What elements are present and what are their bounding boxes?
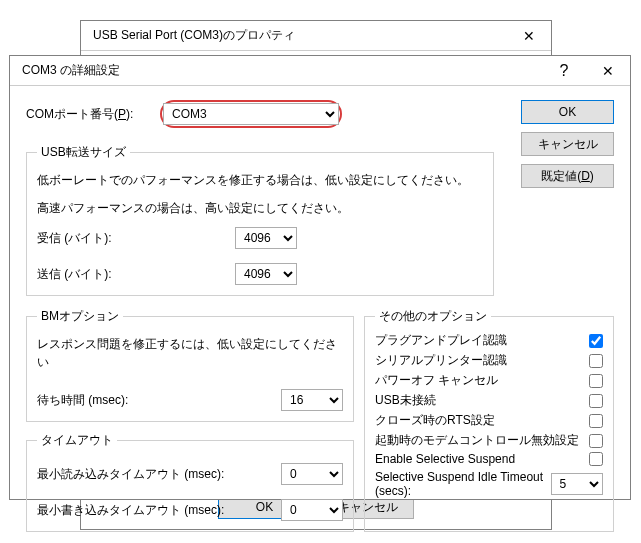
timeout-read-row: 最小読み込みタイムアウト (msec): 0 (37, 463, 343, 485)
other-option-checkbox[interactable] (589, 354, 603, 368)
usb-transfer-fieldset: USB転送サイズ 低ボーレートでのパフォーマンスを修正する場合は、低い設定にして… (26, 144, 494, 296)
usb-send-select[interactable]: 4096 (235, 263, 297, 285)
bm-note: レスポンス問題を修正するには、低い設定にしてください (37, 335, 343, 371)
other-option-label: パワーオフ キャンセル (375, 372, 498, 389)
com-port-label: COMポート番号(P): (26, 106, 160, 123)
dialog-side-buttons: OK キャンセル 既定値(D) (521, 100, 614, 188)
other-option-checkbox[interactable] (589, 414, 603, 428)
dialog-titlebar: COM3 の詳細設定 ? ✕ (10, 56, 630, 86)
com-port-select[interactable]: COM3 (163, 103, 339, 125)
suspend-timeout-row: Selective Suspend Idle Timeout (secs): 5 (375, 470, 603, 498)
bm-legend: BMオプション (37, 308, 123, 325)
cancel-button[interactable]: キャンセル (521, 132, 614, 156)
suspend-timeout-select[interactable]: 5 (551, 473, 603, 495)
other-option-row: USB未接続 (375, 392, 603, 409)
other-option-checkbox[interactable] (589, 374, 603, 388)
help-icon[interactable]: ? (542, 56, 586, 85)
com-port-highlight: COM3 (160, 100, 342, 128)
other-option-row: Enable Selective Suspend (375, 452, 603, 466)
close-icon[interactable]: ✕ (507, 21, 551, 50)
usb-recv-row: 受信 (バイト): 4096 (37, 227, 297, 249)
usb-send-label: 送信 (バイト): (37, 266, 112, 283)
other-fieldset: その他のオプション プラグアンドプレイ認識シリアルプリンター認識パワーオフ キャ… (364, 308, 614, 532)
ok-button[interactable]: OK (521, 100, 614, 124)
bm-wait-row: 待ち時間 (msec): 16 (37, 389, 343, 411)
defaults-button[interactable]: 既定値(D) (521, 164, 614, 188)
bm-wait-label: 待ち時間 (msec): (37, 392, 128, 409)
usb-recv-select[interactable]: 4096 (235, 227, 297, 249)
bm-fieldset: BMオプション レスポンス問題を修正するには、低い設定にしてください 待ち時間 … (26, 308, 354, 422)
dialog-content: OK キャンセル 既定値(D) COMポート番号(P): COM3 USB転送サ… (10, 86, 630, 542)
bm-wait-select[interactable]: 16 (281, 389, 343, 411)
other-option-checkbox[interactable] (589, 334, 603, 348)
advanced-settings-dialog: COM3 の詳細設定 ? ✕ OK キャンセル 既定値(D) COMポート番号(… (9, 55, 631, 500)
other-option-row: シリアルプリンター認識 (375, 352, 603, 369)
other-option-checkbox[interactable] (589, 434, 603, 448)
other-option-row: クローズ時のRTS設定 (375, 412, 603, 429)
timeout-write-select[interactable]: 0 (281, 499, 343, 521)
other-option-checkbox[interactable] (589, 394, 603, 408)
other-legend: その他のオプション (375, 308, 491, 325)
timeout-write-row: 最小書き込みタイムアウト (msec): 0 (37, 499, 343, 521)
suspend-timeout-label: Selective Suspend Idle Timeout (secs): (375, 470, 545, 498)
other-option-label: 起動時のモデムコントロール無効設定 (375, 432, 579, 449)
other-option-row: 起動時のモデムコントロール無効設定 (375, 432, 603, 449)
properties-title: USB Serial Port (COM3)のプロパティ (93, 27, 295, 44)
timeout-read-select[interactable]: 0 (281, 463, 343, 485)
other-option-label: クローズ時のRTS設定 (375, 412, 495, 429)
other-option-label: USB未接続 (375, 392, 436, 409)
timeout-fieldset: タイムアウト 最小読み込みタイムアウト (msec): 0 最小書き込みタイムア… (26, 432, 354, 532)
usb-send-row: 送信 (バイト): 4096 (37, 263, 297, 285)
other-option-label: Enable Selective Suspend (375, 452, 515, 466)
usb-note-high: 高速パフォーマンスの場合は、高い設定にしてください。 (37, 199, 483, 217)
usb-recv-label: 受信 (バイト): (37, 230, 112, 247)
usb-note-low: 低ボーレートでのパフォーマンスを修正する場合は、低い設定にしてください。 (37, 171, 483, 189)
timeout-write-label: 最小書き込みタイムアウト (msec): (37, 502, 224, 519)
usb-legend: USB転送サイズ (37, 144, 130, 161)
timeout-read-label: 最小読み込みタイムアウト (msec): (37, 466, 224, 483)
timeout-legend: タイムアウト (37, 432, 117, 449)
other-option-label: プラグアンドプレイ認識 (375, 332, 507, 349)
dialog-title: COM3 の詳細設定 (22, 62, 120, 79)
other-option-row: パワーオフ キャンセル (375, 372, 603, 389)
close-icon[interactable]: ✕ (586, 56, 630, 85)
other-option-label: シリアルプリンター認識 (375, 352, 507, 369)
other-option-checkbox[interactable] (589, 452, 603, 466)
properties-titlebar: USB Serial Port (COM3)のプロパティ ✕ (81, 21, 551, 51)
other-option-row: プラグアンドプレイ認識 (375, 332, 603, 349)
